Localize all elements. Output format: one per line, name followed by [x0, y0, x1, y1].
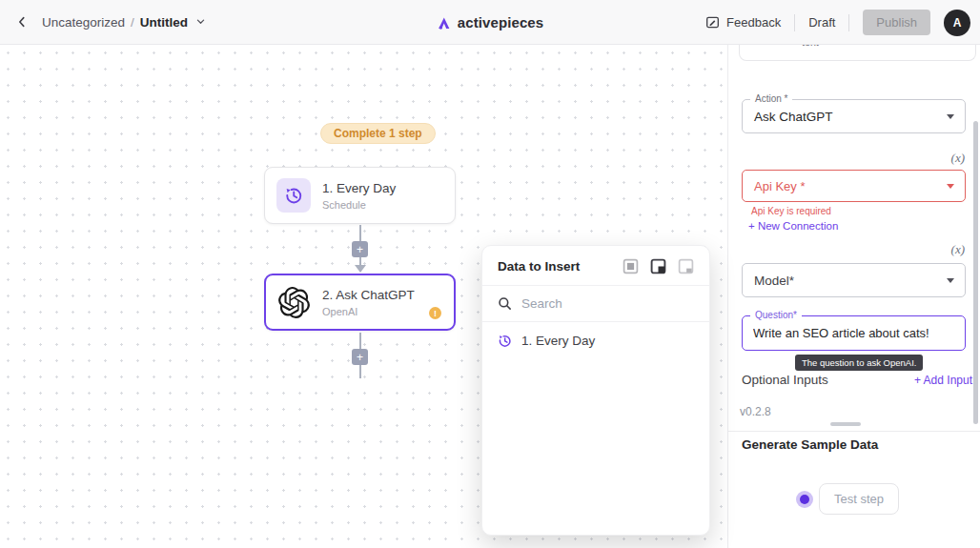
top-bar: Uncategorized / Untitled activepieces — [0, 0, 980, 45]
api-key-select-label: Api Key * — [743, 171, 965, 201]
openai-icon — [276, 285, 311, 319]
sidebar-scrollbar[interactable] — [973, 121, 978, 424]
draft-status: Draft — [808, 15, 835, 30]
question-field-label: Question* — [750, 310, 802, 320]
action-select-label: Action * — [750, 93, 792, 104]
insert-variable-button[interactable]: (x) — [951, 151, 965, 166]
step-warning-icon: ! — [429, 307, 441, 319]
chevron-left-icon — [15, 15, 29, 29]
feedback-button[interactable]: Feedback — [705, 15, 781, 30]
action-select[interactable]: Action * Ask ChatGPT — [742, 99, 966, 133]
chevron-down-icon — [947, 114, 954, 119]
question-field: Question* — [742, 315, 966, 351]
feedback-label: Feedback — [726, 15, 781, 30]
avatar[interactable]: A — [944, 10, 970, 36]
schedule-timer-icon — [498, 334, 512, 348]
search-icon — [498, 296, 512, 311]
insert-variable-button[interactable]: (x) — [951, 242, 965, 257]
breadcrumb[interactable]: Uncategorized / Untitled — [42, 15, 206, 30]
chevron-down-icon[interactable] — [195, 15, 206, 30]
feedback-icon — [705, 15, 720, 30]
data-panel-title: Data to Insert — [498, 259, 580, 274]
panel-size-dock-icon[interactable] — [678, 258, 694, 274]
api-key-select[interactable]: Api Key * — [742, 170, 966, 202]
step-card-every-day[interactable]: 1. Every Day Schedule — [264, 167, 456, 224]
complete-steps-pill: Complete 1 step — [320, 123, 436, 144]
divider — [848, 14, 849, 31]
step-subtitle: Schedule — [322, 199, 396, 211]
schedule-timer-icon — [276, 178, 311, 213]
add-step-button[interactable]: + — [352, 241, 368, 257]
data-item-label: 1. Every Day — [521, 334, 595, 348]
test-step-button[interactable]: Test step — [819, 483, 899, 515]
step-title: 2. Ask ChatGPT — [322, 288, 415, 302]
chevron-down-icon — [947, 278, 954, 283]
panel-size-split-icon[interactable] — [650, 258, 666, 274]
test-pulse-indicator-icon — [796, 491, 813, 508]
model-select-label: Model* — [743, 264, 965, 296]
model-select[interactable]: Model* — [742, 263, 966, 297]
new-connection-link[interactable]: + New Connection — [748, 220, 838, 232]
brand-name: activepieces — [458, 14, 543, 30]
step-settings-sidebar: text Action * Ask ChatGPT (x) Api Key * … — [727, 45, 980, 548]
flow-title: Untitled — [140, 15, 188, 30]
activepieces-logo-icon — [437, 15, 452, 30]
question-tooltip: The question to ask OpenAI. — [795, 355, 923, 371]
connector-arrow-icon — [355, 265, 366, 273]
piece-version: v0.2.8 — [740, 405, 771, 418]
add-input-link[interactable]: + Add Input — [914, 374, 972, 387]
breadcrumb-folder: Uncategorized — [42, 15, 125, 30]
divider — [728, 431, 980, 432]
question-input[interactable] — [743, 316, 943, 350]
optional-inputs-label: Optional Inputs — [742, 373, 828, 387]
divider — [794, 14, 795, 31]
api-key-error-text: Api Key is required — [751, 206, 831, 216]
data-search-input[interactable] — [521, 296, 674, 311]
generate-sample-data-title: Generate Sample Data — [742, 437, 878, 452]
step-card-ask-chatgpt[interactable]: 2. Ask ChatGPT OpenAI ! — [264, 274, 456, 331]
breadcrumb-separator: / — [131, 15, 134, 30]
panel-size-compact-icon[interactable] — [623, 258, 639, 274]
brand-logo: activepieces — [437, 0, 543, 45]
action-select-value: Ask ChatGPT — [743, 100, 965, 132]
back-button[interactable] — [11, 11, 32, 32]
step-title: 1. Every Day — [322, 181, 396, 195]
panel-drag-handle[interactable] — [830, 422, 861, 426]
flow-builder-app: Complete 1 step 1. Every Day Schedule + — [0, 0, 980, 548]
data-to-insert-panel: Data to Insert — [481, 245, 710, 536]
publish-button[interactable]: Publish — [863, 10, 930, 35]
chevron-down-icon — [947, 184, 954, 189]
data-item-every-day[interactable]: 1. Every Day — [482, 322, 709, 359]
step-subtitle: OpenAI — [322, 306, 415, 317]
add-step-button[interactable]: + — [352, 349, 368, 365]
